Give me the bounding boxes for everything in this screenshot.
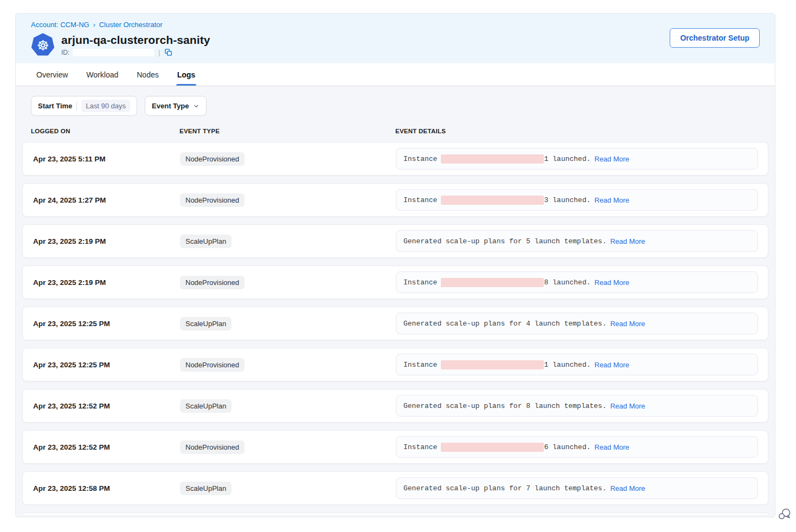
event-type-badge: NodeProvisioned — [180, 358, 245, 372]
event-details-box: Instance1 launched.Read More — [396, 148, 758, 170]
event-type-badge: NodeProvisioned — [180, 152, 245, 166]
log-row: Apr 24, 2025 1:27 PM NodeProvisioned Ins… — [22, 183, 768, 217]
start-time-value: Last 90 days — [81, 100, 130, 112]
logged-on-cell: Apr 23, 2025 12:25 PM — [23, 361, 180, 369]
logged-on-cell: Apr 23, 2025 12:52 PM — [23, 402, 180, 410]
event-detail-text: Instance — [403, 155, 437, 163]
log-row: Apr 23, 2025 12:25 PM ScaleUpPlan Genera… — [22, 307, 768, 340]
column-header-event-type: EVENT TYPE — [179, 128, 395, 134]
event-type-badge: ScaleUpPlan — [180, 399, 232, 413]
logged-on-cell: Apr 23, 2025 12:52 PM — [23, 443, 180, 451]
tab-nodes[interactable]: Nodes — [136, 63, 159, 86]
kubernetes-icon: ☸ — [31, 33, 55, 57]
tabs-bar: Overview Workload Nodes Logs — [16, 63, 775, 86]
event-details-box: Instance6 launched.Read More — [396, 436, 758, 458]
read-more-link[interactable]: Read More — [610, 320, 645, 328]
log-row: Apr 23, 2025 2:19 PM ScaleUpPlan Generat… — [22, 224, 768, 258]
event-detail-text: Generated scale-up plans for 8 launch te… — [403, 402, 606, 410]
logged-on-cell: Apr 23, 2025 2:19 PM — [23, 278, 180, 287]
event-details-box: Generated scale-up plans for 5 launch te… — [396, 230, 758, 252]
event-type-badge: NodeProvisioned — [180, 440, 245, 454]
cluster-orchestrator-page: Account: CCM-NG›Cluster Orchestrator ☸ a… — [15, 13, 775, 517]
event-details-box: Generated scale-up plans for 4 launch te… — [396, 313, 758, 334]
page-header: Account: CCM-NG›Cluster Orchestrator ☸ a… — [16, 14, 775, 63]
event-detail-suffix: 1 launched. — [544, 361, 590, 369]
logged-on-cell: Apr 24, 2025 1:27 PM — [23, 196, 180, 204]
log-row: Apr 23, 2025 12:52 PM ScaleUpPlan Genera… — [22, 389, 768, 423]
log-row-cut-off — [22, 512, 768, 515]
logged-on-cell: Apr 23, 2025 5:11 PM — [23, 155, 180, 163]
event-details-box: Instance3 launched.Read More — [396, 189, 758, 211]
event-type-badge: ScaleUpPlan — [180, 317, 232, 330]
log-row: Apr 23, 2025 12:25 PM NodeProvisioned In… — [22, 348, 768, 381]
start-time-filter[interactable]: Start Time Last 90 days — [31, 96, 137, 116]
table-header: LOGGED ON EVENT TYPE EVENT DETAILS — [22, 128, 768, 142]
page-title: arjun-qa-clusterorch-sanity — [61, 34, 210, 47]
column-header-logged-on: LOGGED ON — [31, 128, 179, 134]
event-details-box: Instance8 launched.Read More — [396, 271, 758, 293]
event-type-badge: ScaleUpPlan — [180, 235, 232, 248]
copy-icon[interactable] — [164, 48, 172, 56]
breadcrumb: Account: CCM-NG›Cluster Orchestrator — [31, 21, 210, 29]
event-detail-text: Instance — [403, 443, 437, 451]
orchestrator-setup-button[interactable]: Orchestrator Setup — [670, 28, 760, 48]
event-detail-suffix: 8 launched. — [544, 278, 590, 287]
logs-content: Start Time Last 90 days Event Type LOGGE… — [16, 86, 775, 515]
read-more-link[interactable]: Read More — [594, 155, 629, 163]
breadcrumb-account-link[interactable]: Account: CCM-NG — [31, 21, 89, 29]
event-detail-suffix: 6 launched. — [544, 443, 590, 451]
event-detail-text: Generated scale-up plans for 7 launch te… — [403, 484, 606, 492]
read-more-link[interactable]: Read More — [594, 278, 629, 287]
filters-row: Start Time Last 90 days Event Type — [31, 96, 768, 116]
redacted-instance-id — [441, 278, 544, 287]
event-detail-suffix: 3 launched. — [544, 196, 590, 204]
read-more-link[interactable]: Read More — [610, 484, 645, 492]
read-more-link[interactable]: Read More — [594, 196, 629, 204]
event-detail-text: Generated scale-up plans for 4 launch te… — [403, 320, 606, 328]
redacted-instance-id — [441, 360, 544, 369]
tab-logs[interactable]: Logs — [176, 63, 196, 86]
redacted-instance-id — [441, 196, 544, 205]
event-type-label: Event Type — [152, 102, 189, 110]
event-detail-text: Instance — [403, 361, 437, 369]
svg-text:☸: ☸ — [36, 37, 49, 54]
read-more-link[interactable]: Read More — [594, 361, 629, 369]
redacted-cluster-id — [73, 49, 154, 56]
start-time-label: Start Time — [38, 102, 72, 110]
redacted-instance-id — [441, 443, 544, 452]
event-details-box: Generated scale-up plans for 7 launch te… — [396, 477, 758, 499]
log-row: Apr 23, 2025 12:52 PM NodeProvisioned In… — [22, 430, 768, 464]
event-details-box: Generated scale-up plans for 8 launch te… — [396, 395, 758, 417]
event-type-filter[interactable]: Event Type — [145, 96, 207, 116]
read-more-link[interactable]: Read More — [610, 402, 645, 410]
event-type-badge: NodeProvisioned — [180, 193, 245, 207]
redacted-instance-id — [441, 154, 544, 164]
logged-on-cell: Apr 23, 2025 12:25 PM — [23, 320, 180, 328]
event-detail-suffix: 1 launched. — [544, 155, 590, 163]
breadcrumb-separator: › — [93, 21, 95, 29]
id-separator: | — [158, 49, 160, 56]
event-details-box: Instance1 launched.Read More — [396, 354, 758, 375]
logged-on-cell: Apr 23, 2025 12:58 PM — [23, 484, 180, 492]
chevron-down-icon — [193, 103, 200, 109]
tab-overview[interactable]: Overview — [35, 63, 69, 86]
event-detail-text: Instance — [403, 278, 437, 287]
read-more-link[interactable]: Read More — [594, 443, 629, 451]
log-row: Apr 23, 2025 5:11 PM NodeProvisioned Ins… — [22, 142, 768, 176]
event-type-badge: ScaleUpPlan — [180, 482, 232, 495]
event-type-badge: NodeProvisioned — [180, 276, 245, 289]
event-detail-text: Instance — [403, 196, 437, 204]
id-label: ID: — [61, 49, 69, 56]
log-row: Apr 23, 2025 12:58 PM ScaleUpPlan Genera… — [22, 471, 768, 505]
column-header-event-details: EVENT DETAILS — [395, 128, 768, 134]
tab-workload[interactable]: Workload — [85, 63, 119, 86]
event-detail-text: Generated scale-up plans for 5 launch te… — [403, 237, 606, 245]
log-row: Apr 23, 2025 2:19 PM NodeProvisioned Ins… — [22, 265, 768, 299]
read-more-link[interactable]: Read More — [610, 237, 645, 245]
logged-on-cell: Apr 23, 2025 2:19 PM — [23, 237, 180, 245]
breadcrumb-section-link[interactable]: Cluster Orchestrator — [99, 21, 163, 29]
help-chat-icon[interactable] — [778, 507, 792, 521]
filter-divider — [76, 102, 77, 111]
